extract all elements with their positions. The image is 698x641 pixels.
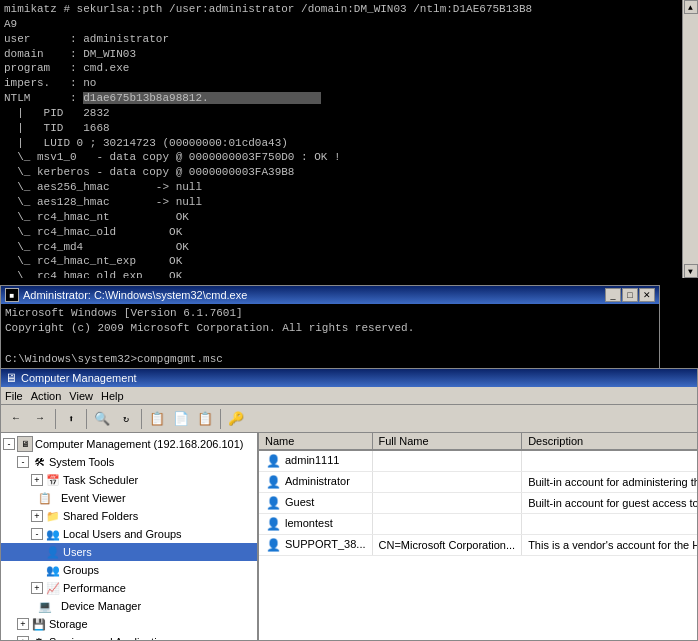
tree-local-users-groups-expander[interactable]: - [31,528,43,540]
terminal-line-9: | TID 1668 [4,121,656,136]
toolbar-search-btn[interactable]: 🔍 [91,408,113,430]
terminal-line-7: NTLM : d1ae675b13b8a98812. [4,91,656,106]
terminal-line-19: \_ rc4_hmac_old_exp OK [4,269,656,278]
cmd-titlebar: ■ Administrator: C:\Windows\system32\cmd… [1,286,659,304]
shared-folders-icon: 📁 [45,508,61,524]
user-name-cell: 👤Guest [259,493,372,514]
tree-services-apps[interactable]: + ⚙ Services and Applications [1,633,257,640]
table-row[interactable]: 👤SUPPORT_38... CN=Microsoft Corporation.… [259,535,697,556]
terminal-line-13: \_ aes256_hmac -> null [4,180,656,195]
user-fullname-cell [372,493,522,514]
tree-system-tools-expander[interactable]: - [17,456,29,468]
user-fullname-cell [372,450,522,472]
groups-icon: 👥 [45,562,61,578]
tree-event-viewer-label: Event Viewer [61,492,126,504]
user-desc-cell [522,514,697,535]
user-fullname-cell [372,472,522,493]
terminal-line-4: domain : DM_WIN03 [4,47,656,62]
cm-title-text: Computer Management [21,372,137,384]
cm-right-panel: Name Full Name Description 👤admin1111 [259,433,697,640]
cm-menubar: File Action View Help [1,387,697,405]
tree-device-manager[interactable]: 💻 Device Manager [1,597,257,615]
toolbar-properties-btn[interactable]: 🔑 [225,408,247,430]
toolbar-paste-btn[interactable]: 📋 [194,408,216,430]
menu-view[interactable]: View [69,390,93,402]
tree-shared-folders[interactable]: + 📁 Shared Folders [1,507,257,525]
computer-icon: 🖥 [17,436,33,452]
toolbar-up-btn[interactable]: ⬆ [60,408,82,430]
toolbar-sep-2 [86,409,87,429]
computer-management-window: 🖥 Computer Management File Action View H… [0,368,698,641]
tree-system-tools-label: System Tools [49,456,114,468]
col-fullname[interactable]: Full Name [372,433,522,450]
toolbar-forward-btn[interactable]: → [29,408,51,430]
terminal-line-1: mimikatz # sekurlsa::pth /user:administr… [4,2,656,17]
tree-root-expander[interactable]: - [3,438,15,450]
col-description[interactable]: Description [522,433,697,450]
tree-local-users-groups-label: Local Users and Groups [63,528,182,540]
tree-task-scheduler[interactable]: + 📅 Task Scheduler [1,471,257,489]
table-row[interactable]: 👤lemontest [259,514,697,535]
cmd-maximize-btn[interactable]: □ [622,288,638,302]
terminal-line-3: user : administrator [4,32,656,47]
toolbar-export-btn[interactable]: 📋 [146,408,168,430]
event-viewer-icon: 📋 [31,490,59,506]
tree-system-tools[interactable]: - 🛠 System Tools [1,453,257,471]
toolbar-refresh-btn[interactable]: ↻ [115,408,137,430]
cmd-close-btn[interactable]: ✕ [639,288,655,302]
col-name[interactable]: Name [259,433,372,450]
tree-shared-folders-expander[interactable]: + [31,510,43,522]
scroll-down-arrow[interactable]: ▼ [684,264,698,278]
cmd-controls[interactable]: _ □ ✕ [605,288,655,302]
tree-task-scheduler-expander[interactable]: + [31,474,43,486]
terminal-line-14: \_ aes128_hmac -> null [4,195,656,210]
tree-event-viewer[interactable]: 📋 Event Viewer [1,489,257,507]
terminal-line-18: \_ rc4_hmac_nt_exp OK [4,254,656,269]
tree-root[interactable]: - 🖥 Computer Management (192.168.206.101… [1,435,257,453]
toolbar-back-btn[interactable]: ← [5,408,27,430]
tree-device-manager-label: Device Manager [61,600,141,612]
tree-storage-expander[interactable]: + [17,618,29,630]
tree-root-label: Computer Management (192.168.206.101) [35,438,244,450]
user-row-icon: 👤 [265,474,281,490]
menu-help[interactable]: Help [101,390,124,402]
toolbar-copy-btn[interactable]: 📄 [170,408,192,430]
tree-services-apps-expander[interactable]: + [17,636,29,640]
tree-performance[interactable]: + 📈 Performance [1,579,257,597]
scroll-up-arrow[interactable]: ▲ [684,0,698,14]
mimikatz-terminal: mimikatz # sekurlsa::pth /user:administr… [0,0,660,278]
terminal-line-17: \_ rc4_md4 OK [4,240,656,255]
cmd-title-text: Administrator: C:\Windows\system32\cmd.e… [23,289,247,301]
menu-action[interactable]: Action [31,390,62,402]
terminal-scrollbar[interactable]: ▲ ▼ [682,0,698,278]
tree-users[interactable]: 👤 Users [1,543,257,561]
device-manager-icon: 💻 [31,598,59,614]
cm-tree: - 🖥 Computer Management (192.168.206.101… [1,433,259,640]
user-row-icon: 👤 [265,537,281,553]
toolbar-sep-3 [141,409,142,429]
cmd-body: Microsoft Windows [Version 6.1.7601] Cop… [1,304,659,374]
tree-groups-label: Groups [63,564,99,576]
tree-local-users-groups[interactable]: - 👥 Local Users and Groups [1,525,257,543]
cm-titlebar: 🖥 Computer Management [1,369,697,387]
cm-content: - 🖥 Computer Management (192.168.206.101… [1,433,697,640]
table-row[interactable]: 👤admin1111 [259,450,697,472]
user-row-icon: 👤 [265,453,281,469]
user-desc-cell [522,450,697,472]
tree-performance-expander[interactable]: + [31,582,43,594]
user-row-icon: 👤 [265,495,281,511]
user-desc-cell: Built-in account for guest access to t..… [522,493,697,514]
cmd-minimize-btn[interactable]: _ [605,288,621,302]
cmd-line-1: Microsoft Windows [Version 6.1.7601] [5,306,655,321]
user-name-cell: 👤admin1111 [259,450,372,472]
cm-title-icon: 🖥 [5,371,17,385]
user-desc-cell: Built-in account for administering the..… [522,472,697,493]
menu-file[interactable]: File [5,390,23,402]
table-row[interactable]: 👤Administrator Built-in account for admi… [259,472,697,493]
tree-storage[interactable]: + 💾 Storage [1,615,257,633]
tree-storage-label: Storage [49,618,88,630]
table-row[interactable]: 👤Guest Built-in account for guest access… [259,493,697,514]
tree-groups[interactable]: 👥 Groups [1,561,257,579]
cmd-line-4: C:\Windows\system32>compgmgmt.msc [5,352,655,367]
user-name-cell: 👤SUPPORT_38... [259,535,372,556]
